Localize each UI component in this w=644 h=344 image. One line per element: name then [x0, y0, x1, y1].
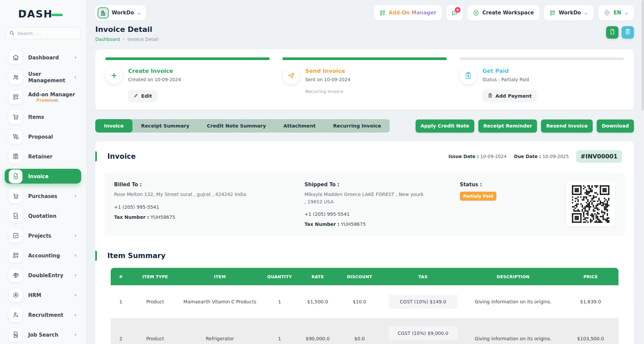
sidebar-item-recruitment[interactable]: Recruitment› [5, 307, 81, 322]
receipt-reminder-button[interactable]: Receipt Reminder [478, 119, 537, 133]
sidebar-item-proposal[interactable]: Proposal [5, 129, 81, 144]
download-button[interactable]: Download [597, 119, 634, 133]
sidebar-item-dashboard[interactable]: Dashboard› [5, 50, 81, 65]
language-dropdown[interactable]: EN [598, 5, 634, 20]
column-header: ITEM [179, 268, 260, 285]
grid-plus-icon [549, 10, 556, 16]
billed-to-phone: +1 (205) 995-5541 [114, 204, 305, 210]
sidebar-item-doubleentry[interactable]: DoubleEntry› [5, 268, 81, 283]
home-icon [9, 51, 22, 64]
sidebar-item-label: Recruitment [28, 312, 63, 318]
sidebar-item-job-search[interactable]: Job Search› [5, 327, 81, 342]
invoice-number-badge: #INV00001 [576, 150, 622, 163]
scrollbar-thumb[interactable] [642, 0, 644, 111]
building-icon [98, 7, 109, 18]
chevron-right-icon: › [74, 272, 79, 278]
table-cell: Giving information on its origins. [464, 318, 562, 344]
sidebar-menu: Dashboard›User Management›Add-on Manager… [0, 41, 86, 344]
progress-bar [460, 57, 624, 60]
chevron-down-icon [584, 11, 588, 15]
swap-icon [9, 130, 22, 144]
sidebar-item-label: Items [28, 114, 44, 120]
grid-plus-icon [379, 10, 386, 16]
tab-receipt-summary[interactable]: Receipt Summary [132, 119, 198, 133]
sidebar-item-projects[interactable]: Projects› [5, 228, 81, 243]
sidebar-item-invoice[interactable]: Invoice [5, 169, 81, 184]
chevron-right-icon: › [74, 233, 79, 239]
chevron-right-icon: › [74, 74, 79, 80]
tab-invoice[interactable]: Invoice [95, 119, 132, 133]
clipboard-icon [625, 29, 631, 36]
messages-badge: 0 [455, 7, 461, 13]
checkbox-icon [9, 229, 22, 243]
search-input[interactable] [5, 27, 80, 39]
sidebar-item-label: HRM [28, 292, 41, 298]
shipped-tax-number: Tax Number : YUH58675 [305, 222, 425, 227]
column-header: PRICE [562, 268, 619, 285]
users-icon [9, 70, 22, 84]
item-summary-table: #ITEM TYPEITEMQUANTITYRATEDISCOUNTTAXDES… [111, 268, 619, 344]
addon-manager-button[interactable]: Add-On Manager [374, 5, 442, 20]
workspace-switcher[interactable]: WorkDo [95, 5, 146, 20]
page-scrollbar[interactable] [641, 0, 644, 344]
table-cell: $103,500.0 [562, 318, 619, 344]
addon-manager-label: Add-On Manager [389, 10, 436, 16]
recurring-invoice-note: Recurring Invoice [305, 89, 447, 94]
sidebar-item-items[interactable]: Items [5, 109, 81, 124]
sidebar-item-label: Dashboard [28, 55, 59, 61]
app-logo: DASH [0, 0, 86, 22]
sidebar-item-purchases[interactable]: Purchases› [5, 189, 81, 203]
sidebar-item-quotation[interactable]: Quotation [5, 208, 81, 223]
table-cell: Refrigerator [179, 318, 260, 344]
table-cell: Product [131, 318, 179, 344]
table-cell: $0.0 [337, 318, 382, 344]
progress-bar [105, 57, 270, 60]
duplicate-button[interactable] [622, 26, 634, 39]
workdo-dropdown[interactable]: WorkDo [544, 5, 594, 20]
sidebar: DASH Dashboard›User Management›Add-on Ma… [0, 0, 86, 344]
tab-credit-note-summary[interactable]: Credit Note Summary [198, 119, 275, 133]
sidebar-item-accounting[interactable]: Accounting› [5, 248, 81, 263]
file-icon [609, 29, 615, 36]
sidebar-item-retainer[interactable]: Retainer [5, 149, 81, 164]
section-accent-bar [95, 151, 97, 161]
create-workspace-button[interactable]: Create Workspace [468, 5, 539, 20]
table-cell: CGST (10%) $9,000.0SGST (5%) $4,500.0 [382, 318, 464, 344]
invoice-section-title: Invoice [107, 152, 136, 160]
sidebar-item-label: Retainer [28, 154, 52, 160]
edit-invoice-button[interactable]: Edit [128, 90, 157, 102]
invoice-file-icon [9, 169, 22, 183]
apply-credit-note-button[interactable]: Apply Credit Note [416, 119, 474, 133]
resend-invoice-button[interactable]: Resend Invoice [541, 119, 593, 133]
cart-icon [9, 110, 22, 124]
progress-bar [282, 57, 447, 60]
scale-icon [9, 268, 22, 282]
messages-button[interactable]: 0 [446, 5, 463, 20]
tab-attachment[interactable]: Attachment [275, 119, 324, 133]
sidebar-item-add-on-manager[interactable]: Add-on ManagerPremium [5, 90, 81, 104]
column-header: ITEM TYPE [131, 268, 179, 285]
table-cell: Mamaearth Vitamin C Products [179, 285, 260, 318]
sidebar-item-label: Add-on Manager [28, 92, 75, 98]
tax-value: CGST (10%) $9,000.0 [389, 326, 458, 340]
due-date-value: 10-09-2025 [542, 154, 569, 159]
sidebar-item-label: Accounting [28, 253, 60, 259]
invoice-progress-card: Create Invoice Created on 10-09-2024 Edi… [95, 49, 634, 110]
table-cell: 1 [111, 285, 131, 318]
breadcrumb-current: Invoice Detail [127, 37, 158, 42]
sidebar-item-label: Purchases [28, 193, 57, 199]
chevron-right-icon: › [74, 54, 79, 60]
export-file-button[interactable] [606, 26, 619, 39]
premium-sublabel: Premium [28, 98, 75, 103]
tab-recurring-invoice[interactable]: Recurring Invoice [324, 119, 390, 133]
add-payment-button-label: Add Payment [495, 93, 532, 99]
person-target-icon [9, 288, 22, 302]
add-payment-button[interactable]: Add Payment [482, 90, 537, 102]
sidebar-item-user-management[interactable]: User Management› [5, 70, 81, 85]
logo-accent-dash [51, 14, 63, 16]
item-summary-title: Item Summary [107, 252, 165, 260]
issue-date-label: Issue Date : [448, 154, 479, 159]
breadcrumb-dashboard-link[interactable]: Dashboard [95, 37, 120, 42]
sidebar-item-hrm[interactable]: HRM› [5, 288, 81, 302]
billed-to-address: Rose Melton 132, My Street surat , gujra… [114, 191, 275, 198]
